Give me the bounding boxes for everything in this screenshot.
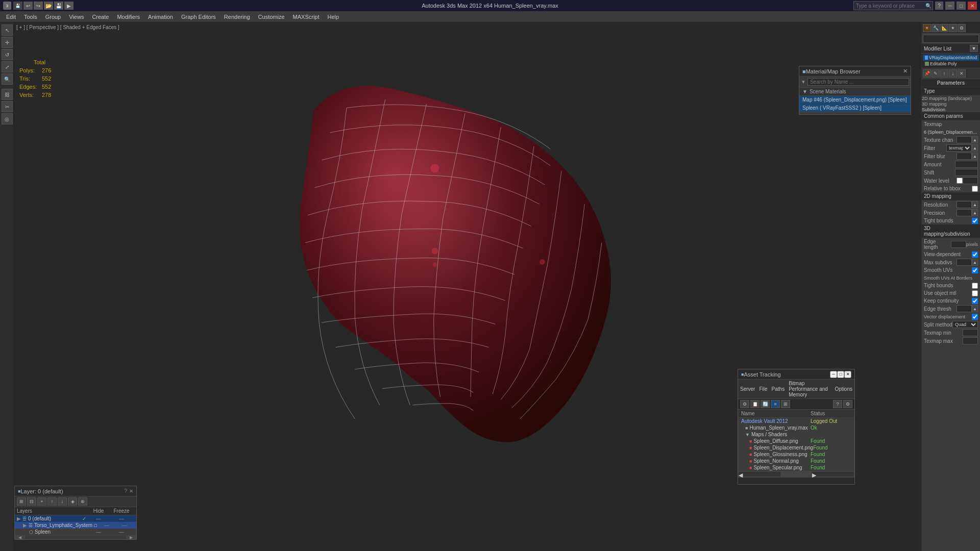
layer-0-hide[interactable]: —: [88, 516, 109, 521]
asset-tracking-maximize[interactable]: □: [837, 371, 844, 378]
precision-up[interactable]: ▲: [972, 209, 978, 216]
water-level-input[interactable]: 0.0cm: [963, 177, 978, 184]
use-object-mtl-checkbox[interactable]: [972, 290, 978, 296]
shift-input[interactable]: -0.5cm: [955, 169, 978, 176]
amount-input[interactable]: 1.0cm: [955, 161, 978, 168]
layer-1-hide[interactable]: —: [99, 522, 114, 528]
bind-tool[interactable]: ◎: [2, 113, 13, 124]
menubar-item-group[interactable]: Group: [41, 13, 65, 21]
undo-btn[interactable]: ↩: [23, 2, 33, 10]
tight-bounds-2-checkbox[interactable]: [972, 283, 978, 289]
filter-blur-input[interactable]: 0.01: [957, 153, 972, 160]
select-tool[interactable]: ↖: [2, 24, 13, 36]
material-item-1[interactable]: Spleen ( VRayFastSSS2 ) [Spleen]: [799, 104, 911, 112]
modifier-item-1[interactable]: Editable Poly: [923, 61, 979, 67]
mod-tool-pin[interactable]: 📌: [923, 69, 931, 78]
layer-item-1[interactable]: ▶ ☰ Torso_Lymphatic_System □ — —: [15, 522, 136, 529]
modifier-dropdown-btn[interactable]: ▼: [970, 45, 978, 52]
at-item-diffuse[interactable]: ■ Spleen_Diffuse.png Found: [738, 438, 854, 444]
at-tool-3[interactable]: 🔄: [761, 400, 770, 408]
radio-3d[interactable]: 3D mapping: [922, 101, 980, 107]
save-btn[interactable]: 💾: [54, 2, 63, 10]
search-input[interactable]: [854, 3, 925, 9]
help-btn[interactable]: ?: [935, 2, 943, 10]
material-search-input[interactable]: [807, 78, 909, 86]
asset-tracking-minimize[interactable]: ─: [830, 371, 837, 378]
asset-tracking-close[interactable]: ✕: [844, 371, 851, 378]
at-tool-4[interactable]: ≡: [771, 400, 780, 408]
texture-chan-up[interactable]: ▲: [972, 136, 978, 143]
menubar-item-tools[interactable]: Tools: [20, 13, 41, 21]
layer-item-0[interactable]: ▶ ☰ 0 (default) ✓ — —: [15, 515, 136, 522]
view-dependent-checkbox[interactable]: [972, 252, 978, 258]
at-item-file[interactable]: ■ Human_Spleen_vray.max Ok: [738, 424, 854, 431]
layer-tool-2[interactable]: ⊟: [27, 497, 36, 506]
filter-blur-up[interactable]: ▲: [972, 153, 978, 160]
redo-btn[interactable]: ↪: [34, 2, 43, 10]
modifier-item-0[interactable]: VRayDisplacementMod: [923, 55, 979, 61]
scale-tool[interactable]: ⤢: [2, 61, 13, 72]
layer-tool-3[interactable]: ↑: [47, 497, 57, 506]
at-menu-server[interactable]: Server: [740, 386, 755, 392]
rt-icon-5[interactable]: ⚙: [958, 24, 966, 32]
material-browser-close[interactable]: ✕: [903, 68, 908, 74]
render-btn[interactable]: ▶: [64, 2, 74, 10]
maximize-btn[interactable]: □: [957, 2, 966, 10]
layers-close-btn[interactable]: ✕: [129, 488, 133, 494]
at-item-specular[interactable]: ■ Spleen_Specular.png Found: [738, 464, 854, 471]
rotate-tool[interactable]: ↺: [2, 49, 13, 60]
vector-displacement-checkbox[interactable]: [972, 314, 978, 320]
menubar-item-rendering[interactable]: Rendering: [220, 13, 254, 21]
rt-icon-1[interactable]: ☀: [923, 24, 931, 32]
layer-tool-add[interactable]: +: [37, 497, 46, 506]
at-tool-help[interactable]: ?: [833, 400, 842, 408]
texmap-max-input[interactable]: 1.0: [963, 337, 978, 344]
mod-tool-down[interactable]: ↓: [949, 69, 957, 78]
link-tool[interactable]: ⛓: [2, 89, 13, 100]
edge-length-input[interactable]: 1.0: [951, 241, 966, 248]
layer-tool-1[interactable]: ⊞: [17, 497, 26, 506]
menubar-item-animation[interactable]: Animation: [144, 13, 177, 21]
open-btn[interactable]: 📂: [44, 2, 53, 10]
layer-item-2[interactable]: ⬡ Spleen — —: [15, 529, 136, 535]
at-menu-paths[interactable]: Paths: [772, 386, 785, 392]
max-subdivs-input[interactable]: 5: [957, 259, 972, 266]
at-tool-2[interactable]: 📋: [750, 400, 760, 408]
at-scroll-left[interactable]: ◀: [738, 471, 781, 477]
object-name-input[interactable]: Spleen: [923, 35, 979, 43]
at-tool-5[interactable]: ⊞: [781, 400, 790, 408]
menubar-item-views[interactable]: Views: [65, 13, 88, 21]
at-menu-file[interactable]: File: [759, 386, 767, 392]
unlink-tool[interactable]: ✂: [2, 101, 13, 112]
menubar-item-modifiers[interactable]: Modifiers: [113, 13, 144, 21]
layer-2-freeze[interactable]: —: [109, 529, 134, 535]
layer-2-hide[interactable]: —: [88, 529, 109, 535]
filter-select[interactable]: texmap: [946, 144, 972, 152]
zoom-tool[interactable]: 🔍: [2, 73, 13, 85]
resolution-up[interactable]: ▲: [972, 201, 978, 208]
filter-up[interactable]: ▲: [972, 144, 978, 152]
rt-icon-4[interactable]: ✦: [949, 24, 957, 32]
material-item-0[interactable]: Map #46 (Spleen_Displacement.png) [Splee…: [799, 96, 911, 104]
at-menu-bitmap[interactable]: Bitmap Performance and Memory: [789, 381, 830, 397]
rt-icon-3[interactable]: 📐: [940, 24, 948, 32]
texture-chan-input[interactable]: 1: [957, 136, 972, 143]
at-item-displacement[interactable]: ■ Spleen_Displacement.png Found: [738, 444, 854, 451]
mod-tool-up[interactable]: ↑: [940, 69, 948, 78]
at-scrollbar[interactable]: [781, 471, 812, 477]
layer-1-freeze[interactable]: —: [114, 522, 134, 528]
water-level-checkbox[interactable]: [957, 178, 963, 184]
edge-thresh-up[interactable]: ▲: [972, 305, 978, 312]
texmap-value-row[interactable]: 6 (Spleen_Displacement.png): [922, 128, 980, 136]
layer-0-freeze[interactable]: —: [109, 516, 134, 521]
at-menu-options[interactable]: Options: [835, 386, 852, 392]
smooth-uvs-checkbox[interactable]: [972, 267, 978, 273]
menubar-item-help[interactable]: Help: [324, 13, 344, 21]
mod-tool-delete[interactable]: ✕: [958, 69, 966, 78]
at-tool-1[interactable]: ⚙: [740, 400, 749, 408]
minimize-btn[interactable]: ─: [945, 2, 954, 10]
tight-bounds-checkbox[interactable]: [972, 218, 978, 224]
menubar-item-graph-editors[interactable]: Graph Editors: [177, 13, 220, 21]
mod-tool-edit[interactable]: ✎: [932, 69, 940, 78]
search-box[interactable]: 🔍: [853, 1, 933, 10]
